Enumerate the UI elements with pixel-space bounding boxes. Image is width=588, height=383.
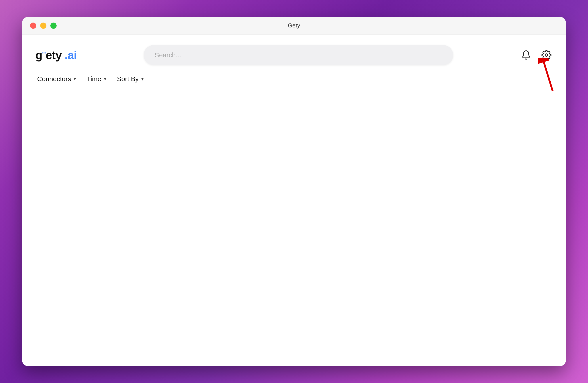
search-container [144, 45, 453, 65]
title-bar: Gety [22, 17, 566, 35]
connectors-chevron: ▾ [74, 76, 76, 82]
time-label: Time [87, 75, 101, 83]
logo-separator: . [64, 49, 67, 62]
top-bar: g•••ety .ai [35, 45, 553, 65]
window-controls [30, 22, 57, 29]
search-input[interactable] [144, 45, 453, 65]
close-button[interactable] [30, 22, 36, 29]
bell-icon [521, 50, 531, 60]
notifications-button[interactable] [520, 49, 532, 61]
maximize-button[interactable] [50, 22, 57, 29]
sort-by-filter[interactable]: Sort By ▾ [117, 73, 144, 85]
sort-by-chevron: ▾ [141, 76, 144, 82]
logo-gety: g•••ety [35, 49, 64, 62]
connectors-filter[interactable]: Connectors ▾ [37, 73, 76, 85]
settings-button[interactable] [540, 49, 553, 61]
svg-point-0 [545, 54, 548, 56]
window-title: Gety [288, 22, 300, 29]
gear-icon [541, 50, 551, 60]
logo-text: g•••ety .ai [35, 48, 77, 62]
logo-ai: ai [68, 49, 77, 62]
app-window: Gety g•••ety .ai [22, 17, 566, 366]
sort-by-label: Sort By [117, 75, 139, 83]
right-icons [520, 49, 553, 61]
logo: g•••ety .ai [35, 48, 77, 62]
filter-bar: Connectors ▾ Time ▾ Sort By ▾ [35, 73, 553, 85]
time-chevron: ▾ [104, 76, 106, 82]
app-content: g•••ety .ai [22, 35, 566, 366]
minimize-button[interactable] [40, 22, 46, 29]
main-content [35, 85, 553, 357]
time-filter[interactable]: Time ▾ [87, 73, 106, 85]
connectors-label: Connectors [37, 75, 71, 83]
